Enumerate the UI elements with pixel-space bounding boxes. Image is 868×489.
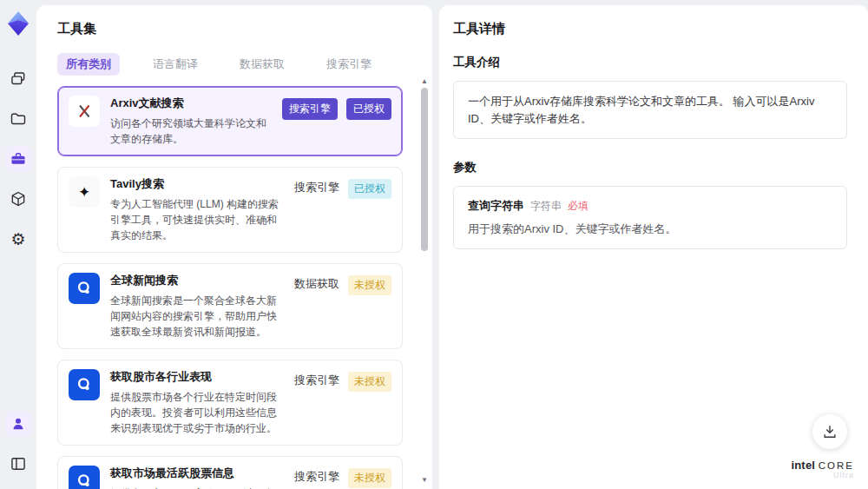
tool-detail-panel: 工具详情 工具介绍 一个用于从Arxiv存储库搜索科学论文和文章的工具。 输入可… (439, 5, 868, 489)
tab-data-fetch[interactable]: 数据获取 (231, 53, 293, 76)
tool-description: 全球新闻搜索是一个聚合全球各大新闻网站内容的搜索引擎，帮助用户快速获取全球最新资… (110, 293, 284, 340)
arxiv-x-icon (69, 96, 100, 127)
gear-icon: ⚙ (10, 231, 25, 248)
tool-name: 获取市场最活跃股票信息 (110, 466, 284, 481)
parameter-description: 用于搜索的Arxiv ID、关键字或作者姓名。 (468, 221, 832, 237)
tool-name: 全球新闻搜索 (110, 273, 284, 288)
category-badge-button[interactable]: 搜索引擎 (282, 98, 338, 120)
params-heading: 参数 (453, 160, 847, 175)
sidebar-item-settings[interactable]: ⚙ (5, 226, 31, 252)
category-label: 搜索引擎 (294, 179, 339, 195)
status-badge: 已授权 (348, 179, 391, 199)
stock-sector-icon (69, 369, 100, 400)
icon-rail: ⚙ (0, 0, 36, 489)
tool-info: Arxiv文献搜索 访问各个研究领域大量科学论文和文章的存储库。 (110, 96, 272, 147)
tool-description: 提供股票市场各个行业在特定时间段内的表现。投资者可以利用这些信息来识别表现优于或… (110, 389, 284, 436)
tool-info: 获取股市各行业表现 提供股票市场各个行业在特定时间段内的表现。投资者可以利用这些… (110, 369, 284, 436)
briefcase-icon (10, 150, 27, 168)
list-scrollbar[interactable]: ▲ ▼ (419, 78, 430, 484)
category-tabs: 所有类别 语言翻译 数据获取 搜索引擎 (57, 53, 413, 76)
content-area: 工具集 所有类别 语言翻译 数据获取 搜索引擎 A (36, 0, 868, 489)
category-label: 搜索引擎 (294, 372, 339, 388)
tool-info: 全球新闻搜索 全球新闻搜索是一个聚合全球各大新闻网站内容的搜索引擎，帮助用户快速… (110, 273, 284, 340)
tool-description: 专为人工智能代理 (LLM) 构建的搜索引擎工具，可快速提供实时、准确和真实的结… (110, 196, 284, 243)
tool-intro-box: 一个用于从Arxiv存储库搜索科学论文和文章的工具。 输入可以是Arxiv ID… (453, 81, 847, 139)
tool-card-global-news[interactable]: 全球新闻搜索 全球新闻搜索是一个聚合全球各大新闻网站内容的搜索引擎，帮助用户快速… (57, 263, 403, 349)
tool-list: Arxiv文献搜索 访问各个研究领域大量科学论文和文章的存储库。 搜索引擎 已授… (57, 86, 413, 489)
tool-card-active-stocks[interactable]: 获取市场最活跃股票信息 提供当天交易量最高的股票列表，投资者可以利用这些信息来识… (57, 456, 403, 489)
scroll-down-icon[interactable]: ▼ (421, 477, 428, 484)
sidebar-item-files[interactable] (5, 106, 31, 132)
tavily-star-icon: ✦ (69, 176, 100, 208)
tool-side: 搜索引擎 未授权 (294, 369, 391, 436)
brand-sub-text: Ultra (791, 472, 854, 480)
tab-language-translation[interactable]: 语言翻译 (144, 53, 207, 76)
status-badge: 未授权 (348, 468, 391, 488)
parameter-type: 字符串 (530, 199, 562, 214)
parameter-header: 查询字符串 字符串 必填 (468, 198, 832, 214)
tool-name: 获取股市各行业表现 (110, 369, 284, 385)
parameter-name: 查询字符串 (468, 198, 524, 214)
tool-card-arxiv[interactable]: Arxiv文献搜索 访问各个研究领域大量科学论文和文章的存储库。 搜索引擎 已授… (57, 86, 403, 156)
tool-name: Tavily搜索 (110, 176, 284, 192)
tab-search-engine[interactable]: 搜索引擎 (318, 53, 380, 76)
scroll-up-icon[interactable]: ▲ (421, 78, 428, 85)
tool-description: 提供当天交易量最高的股票列表，投资者可以利用这些信息来识别流动性强的股票和潜在的… (110, 486, 284, 489)
sidebar-item-models[interactable] (5, 186, 31, 212)
app-logo-icon (6, 10, 30, 36)
sidebar-item-collapse-panel[interactable] (5, 451, 31, 477)
status-badge: 未授权 (348, 372, 391, 392)
tab-all-categories[interactable]: 所有类别 (57, 53, 120, 76)
tool-name: Arxiv文献搜索 (110, 96, 272, 111)
scrollbar-thumb[interactable] (421, 88, 428, 251)
side-panel-icon (10, 455, 27, 472)
active-stocks-icon (69, 466, 100, 489)
app-window: ⚙ 工具集 所有类别 语言翻译 数据获取 搜索引擎 (0, 0, 868, 489)
authorized-badge-button[interactable]: 已授权 (346, 98, 391, 120)
tool-card-tavily[interactable]: ✦ Tavily搜索 专为人工智能代理 (LLM) 构建的搜索引擎工具，可快速提… (57, 167, 403, 253)
page-title: 工具集 (57, 21, 413, 37)
tool-side: 数据获取 未授权 (294, 273, 391, 340)
tool-description: 访问各个研究领域大量科学论文和文章的存储库。 (110, 116, 272, 147)
brand-core-text: CORE (819, 460, 854, 471)
status-badge: 未授权 (348, 275, 391, 295)
intro-heading: 工具介绍 (453, 55, 847, 70)
tool-info: 获取市场最活跃股票信息 提供当天交易量最高的股票列表，投资者可以利用这些信息来识… (110, 466, 284, 489)
cube-icon (10, 190, 27, 208)
sidebar-item-chat[interactable] (5, 66, 31, 92)
sidebar-item-account[interactable] (5, 411, 31, 437)
intel-core-logo: intel CORE Ultra (791, 459, 854, 480)
global-news-icon (69, 273, 100, 304)
category-label: 搜索引擎 (294, 468, 339, 485)
category-label: 数据获取 (294, 275, 339, 292)
download-button[interactable] (812, 414, 847, 449)
tool-side: 搜索引擎 未授权 (294, 466, 391, 489)
parameter-box: 查询字符串 字符串 必填 用于搜索的Arxiv ID、关键字或作者姓名。 (453, 186, 847, 249)
user-icon (10, 415, 27, 433)
tool-info: Tavily搜索 专为人工智能代理 (LLM) 构建的搜索引擎工具，可快速提供实… (110, 176, 284, 243)
scrollbar-track[interactable] (421, 85, 428, 477)
sidebar-item-tools[interactable] (5, 146, 31, 172)
detail-title: 工具详情 (453, 21, 847, 37)
chat-icon (10, 70, 27, 88)
tool-card-stock-sectors[interactable]: 获取股市各行业表现 提供股票市场各个行业在特定时间段内的表现。投资者可以利用这些… (57, 360, 403, 446)
parameter-required-flag: 必填 (568, 199, 589, 214)
tools-panel: 工具集 所有类别 语言翻译 数据获取 搜索引擎 A (36, 5, 432, 489)
tool-side: 搜索引擎 已授权 (282, 96, 391, 147)
folder-icon (10, 110, 27, 128)
brand-intel-text: intel (791, 459, 815, 472)
tool-side: 搜索引擎 已授权 (294, 176, 391, 243)
download-icon (821, 423, 838, 440)
